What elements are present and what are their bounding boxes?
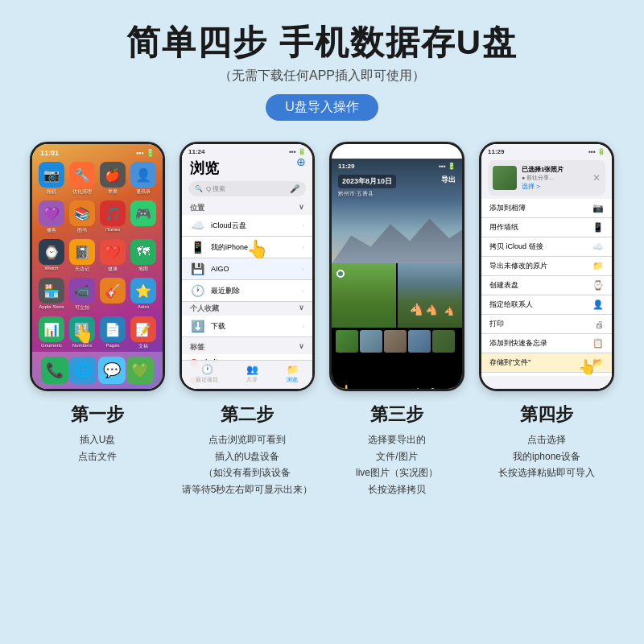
horse-emoji-2: 🐴 [426, 304, 438, 316]
app-gnumeric[interactable]: 📊 Gnumeric [39, 316, 64, 350]
hand-cursor-3: 👆 [340, 384, 356, 391]
phones-row: 11:01 ▪▪▪ 🔋 📷 相机 🔧 优化清理 🍎 苹果 [0, 129, 644, 497]
preview-thumbnail [493, 166, 517, 190]
badge-label: U盘导入操作 [266, 94, 378, 121]
hand-cursor-4: 👆 [578, 358, 596, 376]
recent-tab-icon: 🕐 [201, 364, 213, 375]
app-pages[interactable]: 📄 Pages [100, 316, 126, 350]
photo-horses[interactable]: 🐴 🐴 🐴 [398, 263, 462, 328]
dock-phone[interactable]: 📞 [41, 357, 68, 384]
step-4-desc: 点击选择 我的iphone设备 长按选择粘贴即可导入 [498, 431, 595, 481]
photos-grid: 🐴 🐴 🐴 [332, 263, 462, 328]
tab-recent[interactable]: 🕐 最近项目 [196, 364, 218, 384]
photo-mountain: 2023年8月10日 黔州市·五番县 导出 [332, 159, 462, 263]
app-health[interactable]: ❤️ 健康 [100, 239, 126, 273]
phone-1-signal: ▪▪▪ 🔋 [136, 149, 155, 157]
step-2-desc: 点击浏览即可看到 插入的U盘设备 （如没有看到该设备 请等待5秒左右即可显示出来… [182, 431, 313, 497]
tab-browse[interactable]: 📁 浏览 [287, 364, 299, 384]
dock-safari[interactable]: 🌐 [69, 357, 97, 384]
shared-tab-icon: 👥 [246, 364, 258, 375]
app-game[interactable]: 🎮 [130, 200, 156, 234]
add-button[interactable]: ⊕ [296, 155, 306, 168]
app-books[interactable]: 📚 图书 [69, 200, 95, 234]
step-1-desc: 插入U盘 点击文件 [78, 431, 117, 464]
menu-wallpaper[interactable]: 用作墙纸 📱 [481, 218, 612, 237]
app-store[interactable]: 🏪 Apple Store [39, 278, 64, 312]
phone-2-signal: ▪▪▪ 🔋 [289, 148, 306, 155]
photo-strip [332, 328, 462, 355]
phone-1-time: 11:01 [40, 149, 59, 157]
dots-icon[interactable]: ⋯ [444, 386, 454, 392]
preview-info: 已选择1张照片 ● 前往分享... 选择 > [522, 165, 588, 191]
file-recent[interactable]: 🕐 最近删除 › [182, 280, 312, 302]
section-favorites: 个人收藏 ∨ [182, 302, 312, 316]
phone-2-title: 浏览 [182, 157, 312, 181]
phone-3-statusbar: 11:29 ▪▪▪ 🔋 [332, 159, 462, 171]
thumb-4[interactable] [408, 330, 431, 353]
phone-1-wrapper: 11:01 ▪▪▪ 🔋 📷 相机 🔧 优化清理 🍎 苹果 [27, 142, 168, 497]
menu-print[interactable]: 打印 🖨 [481, 315, 612, 334]
export-button[interactable]: 导出 [441, 175, 456, 198]
thumb-3[interactable] [384, 330, 407, 353]
app-watch[interactable]: ⌚ Watch [39, 239, 64, 273]
select-button[interactable]: 选择 > [522, 182, 588, 191]
phone-3-screen: 11:29 ▪▪▪ 🔋 2023年8月10日 黔州市·五番县 导出 [332, 159, 462, 391]
phone-2-screen: 11:24 ▪▪▪ 🔋 ⊕ 浏览 🔍 Q 搜索 🎤 位置 ∨ ☁️ iClo [182, 144, 312, 389]
icloud-icon: ☁️ [190, 219, 204, 232]
dock-wechat[interactable]: 💚 [126, 357, 154, 384]
iphone-icon: 📱 [190, 241, 204, 254]
app-clipper[interactable]: 📹 可立拍 [69, 278, 95, 312]
app-docs[interactable]: 📝 文稿 [130, 316, 156, 350]
print-icon: 🖨 [595, 320, 604, 329]
photo-date: 2023年8月10日 [338, 175, 396, 188]
app-astro[interactable]: ⭐ Astro [130, 278, 156, 312]
tab-shared[interactable]: 👥 共享 [246, 364, 258, 384]
file-icloud[interactable]: ☁️ iCloud云盘 › [182, 215, 312, 237]
menu-original[interactable]: 导出未修改的原片 📁 [481, 257, 612, 276]
menu-icloud-link[interactable]: 拷贝 iCloud 链接 ☁️ [481, 237, 612, 257]
phone-4-screen: 11:29 ▪▪▪ 🔋 已选择1张照片 ● 前往分享... 选择 > ✕ [481, 144, 612, 389]
date-location: 2023年8月10日 黔州市·五番县 [338, 175, 396, 198]
sub-title: （无需下载任何APP插入即可使用） [16, 68, 628, 85]
download-icon: ⬇️ [190, 320, 204, 332]
app-apple[interactable]: 🍎 苹果 [100, 162, 126, 196]
trash-icon[interactable]: 🗑 [428, 386, 438, 392]
app-itunes[interactable]: 🎵 iTunes [100, 200, 126, 234]
app-maps[interactable]: 🗺 地图 [130, 239, 156, 273]
phone-3-frame: 11:29 ▪▪▪ 🔋 2023年8月10日 黔州市·五番县 导出 [329, 142, 464, 391]
photo-actions: ⬆ 🗑 ⋯ [414, 386, 454, 392]
app-notes2[interactable]: 📓 无边记 [69, 239, 95, 273]
photo-bottom-bar: 👆 已选择1张照片 ⬆ 🗑 ⋯ [332, 380, 462, 391]
live-badge [336, 270, 345, 278]
step-3-desc: 选择要导出的 文件/图片 live图片（实况图） 长按选择拷贝 [356, 431, 438, 497]
phone-4-signal: ▪▪▪ 🔋 [588, 148, 605, 155]
app-optimize[interactable]: 🔧 优化清理 [69, 162, 95, 196]
dock-messages[interactable]: 💬 [98, 357, 126, 384]
share-icon[interactable]: ⬆ [414, 386, 422, 392]
phone-2-search[interactable]: 🔍 Q 搜索 🎤 [188, 181, 306, 196]
app-guitar[interactable]: 🎸 [100, 278, 126, 312]
share-preview: 已选择1张照片 ● 前往分享... 选择 > ✕ [488, 160, 605, 196]
app-contacts[interactable]: 👤 通讯录 [130, 162, 156, 196]
thumb-5[interactable] [432, 330, 455, 353]
menu-add-album[interactable]: 添加到相簿 📷 [481, 199, 612, 218]
menu-quick-memo[interactable]: 添加到快速备忘录 📋 [481, 334, 612, 353]
photo-grass[interactable] [332, 263, 396, 328]
phone-1-frame: 11:01 ▪▪▪ 🔋 📷 相机 🔧 优化清理 🍎 苹果 [30, 142, 165, 391]
main-title: 简单四步 手机数据存U盘 [16, 23, 628, 63]
phone-4-wrapper: 11:29 ▪▪▪ 🔋 已选择1张照片 ● 前往分享... 选择 > ✕ [476, 142, 617, 497]
file-aigo[interactable]: 💾 AIGO › [182, 258, 312, 280]
menu-contact[interactable]: 指定给联系人 👤 [481, 295, 612, 315]
thumb-1[interactable] [336, 330, 358, 353]
tag-yellow[interactable]: 黄色 › [182, 390, 312, 391]
menu-save-files[interactable]: 存储到"文件" 📂 👆 [481, 353, 612, 373]
app-podcast[interactable]: 💜 播客 [39, 200, 64, 234]
file-download[interactable]: ⬇️ 下载 › [182, 316, 312, 337]
close-button[interactable]: ✕ [592, 172, 601, 184]
phone-4-time: 11:29 [488, 148, 504, 155]
recent-icon: 🕐 [190, 284, 204, 297]
app-camera[interactable]: 📷 相机 [39, 162, 64, 196]
contact-icon: 👤 [592, 299, 604, 310]
thumb-2[interactable] [360, 330, 382, 353]
menu-watchface[interactable]: 创建表盘 ⌚ [481, 276, 612, 295]
